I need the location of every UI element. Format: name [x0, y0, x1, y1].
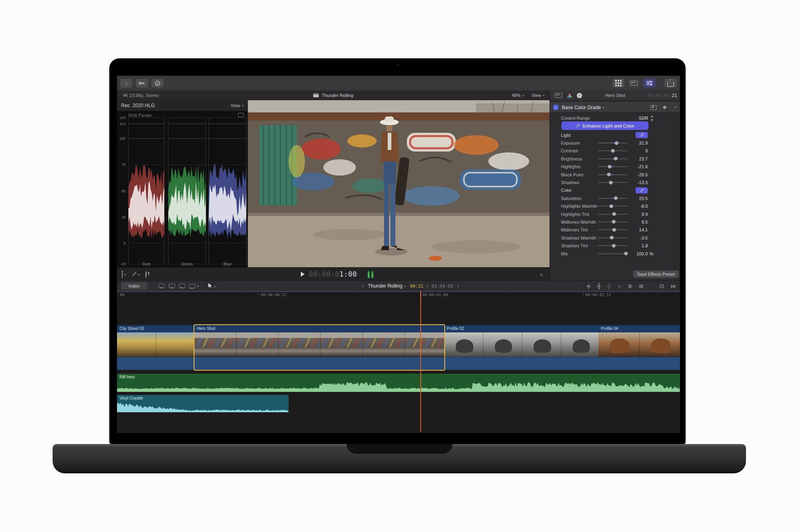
parameter-value[interactable]: 1.8	[628, 243, 648, 248]
slider-thumb[interactable]	[614, 157, 618, 160]
insert-edit-icon[interactable]	[169, 284, 175, 288]
auto-enhance-wand-button[interactable]	[636, 187, 648, 193]
fullscreen-icon[interactable]: ↔	[538, 270, 546, 278]
main-toolbar: ↓	[117, 76, 680, 91]
clip-appearance-icon[interactable]: ≣	[628, 283, 632, 289]
collapse-chevron-icon[interactable]: ▾	[674, 106, 676, 109]
effect-enable-checkbox[interactable]: ✓	[553, 105, 558, 110]
timeline-project-title[interactable]: Thunder Rolling▾	[368, 283, 406, 289]
parameter-value[interactable]: -28.5	[628, 172, 648, 177]
parameter-slider[interactable]	[598, 251, 627, 257]
video-clip-city-street-03[interactable]: City Street 03	[117, 325, 194, 370]
audio-clip-riff-intro[interactable]: Riff Intro	[117, 374, 680, 392]
index-button[interactable]: Index	[121, 282, 147, 290]
slider-thumb[interactable]	[609, 181, 613, 185]
timeline-track-area[interactable]: City Street 03Hero ShotProfile 02Profile…	[117, 298, 680, 433]
parameter-value[interactable]: -3.5	[628, 235, 648, 240]
select-tool-menu[interactable]: ▾	[208, 283, 216, 289]
retime-gauge-icon	[146, 271, 146, 278]
parameter-slider[interactable]	[598, 140, 627, 146]
enhance-light-color-button[interactable]: Enhance Light and Color	[561, 121, 649, 130]
parameter-slider[interactable]	[598, 196, 627, 201]
timeline-history-icon[interactable]: ⊡	[660, 283, 664, 289]
parameter-slider[interactable]	[598, 148, 627, 154]
trim-tool-icon[interactable]: ╪	[587, 283, 590, 289]
slider-thumb[interactable]	[614, 196, 618, 200]
parameter-slider[interactable]	[598, 235, 627, 241]
inspector-toggle-button[interactable]	[643, 79, 656, 88]
snapping-icon[interactable]: ╫	[597, 283, 601, 289]
overwrite-edit-menu[interactable]: ▾	[189, 284, 199, 289]
keyframe-diamond-icon[interactable]	[663, 106, 667, 110]
playhead[interactable]	[420, 291, 421, 432]
enhancements-button[interactable]: ▾	[132, 271, 140, 277]
slider-thumb[interactable]	[611, 149, 615, 153]
parameter-slider[interactable]	[598, 211, 627, 217]
slider-thumb[interactable]	[624, 252, 628, 255]
slider-thumb[interactable]	[612, 244, 616, 248]
background-tasks-button[interactable]	[151, 79, 163, 88]
slider-thumb[interactable]	[615, 141, 618, 145]
slider-thumb[interactable]	[610, 236, 614, 240]
viewer-control-bar: ▾ ▾ ▾ 00:00:01:00 ↔	[117, 267, 550, 281]
parameter-value[interactable]: 100.0	[628, 251, 648, 256]
keyword-editor-button[interactable]	[136, 79, 148, 88]
auto-enhance-wand-button[interactable]	[636, 132, 648, 138]
play-button[interactable]	[301, 272, 305, 277]
solo-icon[interactable]: ∩	[618, 283, 621, 289]
slider-thumb[interactable]	[612, 212, 616, 216]
video-clip-profile-02[interactable]: Profile 02	[444, 325, 598, 370]
magic-wand-icon	[132, 272, 137, 276]
effects-browser-icon[interactable]: ⊞	[639, 283, 643, 289]
audio-skimming-icon[interactable]: ╬	[607, 283, 611, 289]
parameter-value[interactable]: 8.9	[628, 212, 648, 217]
parameter-slider[interactable]	[598, 180, 627, 185]
mask-icon[interactable]	[650, 105, 657, 110]
parameter-value[interactable]: -21.6	[628, 164, 648, 169]
timeline-view-button[interactable]	[628, 79, 640, 88]
parameter-slider[interactable]	[598, 243, 627, 248]
parameter-row-highlights-warmth: Highlights Warmth-8.0	[550, 202, 680, 210]
clip-audio-section	[194, 357, 444, 370]
parameter-slider[interactable]	[598, 164, 627, 169]
parameter-value[interactable]: -13.5	[628, 180, 648, 185]
parameter-value[interactable]: 0	[628, 148, 648, 153]
inspector-parameter-sections: LightExposure31.9Contrast0Brightness23.7…	[550, 131, 680, 257]
control-range-value[interactable]: SDR	[639, 116, 648, 121]
parameter-slider[interactable]	[598, 227, 627, 233]
import-media-button[interactable]: ↓	[120, 79, 132, 88]
retime-button[interactable]: ▾	[146, 271, 150, 277]
parameter-value[interactable]: -8.0	[628, 204, 648, 209]
slider-thumb[interactable]	[607, 173, 611, 176]
audio-clip-vinyl-crackle[interactable]: Vinyl Crackle	[117, 395, 289, 412]
slider-thumb[interactable]	[609, 204, 613, 208]
parameter-slider[interactable]	[598, 172, 627, 178]
video-clip-hero-shot[interactable]: Hero Shot	[194, 325, 444, 370]
share-button[interactable]	[664, 79, 677, 88]
browser-view-button[interactable]	[612, 79, 625, 88]
video-clip-profile-04[interactable]: Profile 04	[598, 325, 680, 370]
next-project-button[interactable]: ›	[457, 283, 459, 289]
viewer-video-canvas[interactable]	[248, 100, 550, 267]
slider-thumb[interactable]	[612, 228, 616, 232]
parameter-row-highlights-tint: Highlights Tint8.9	[550, 210, 680, 218]
connect-edit-icon[interactable]	[159, 284, 165, 288]
slider-thumb[interactable]	[612, 220, 616, 224]
save-effects-preset-button[interactable]: Save Effects Preset	[633, 270, 679, 278]
parameter-slider[interactable]	[598, 203, 627, 209]
clip-thumbnail	[194, 332, 236, 357]
stepper-icon[interactable]: ▲▼	[650, 114, 653, 122]
slider-thumb[interactable]	[608, 165, 611, 169]
parameter-value[interactable]: 31.9	[628, 141, 648, 145]
audio-meters[interactable]	[368, 270, 373, 278]
parameter-slider[interactable]	[598, 156, 627, 162]
parameter-value[interactable]: 23.7	[628, 156, 648, 161]
parameter-slider[interactable]	[598, 219, 627, 225]
parameter-value[interactable]: 20.5	[628, 196, 648, 201]
parameter-value[interactable]: 14.1	[628, 227, 648, 232]
append-edit-icon[interactable]	[179, 284, 185, 288]
previous-project-button[interactable]: ‹	[362, 283, 364, 289]
parameter-value[interactable]: 9.5	[628, 220, 648, 224]
transitions-browser-icon[interactable]: ⋈	[671, 283, 676, 289]
transform-crop-button[interactable]: ▾	[122, 271, 126, 277]
